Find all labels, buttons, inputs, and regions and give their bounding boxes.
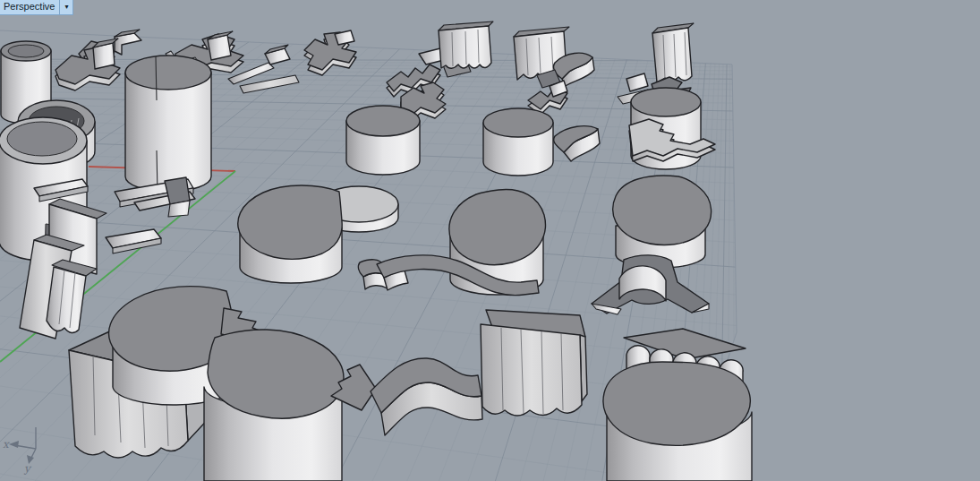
fluted-block[interactable] [481,310,587,416]
chevron-down-icon[interactable]: ▾ [59,0,72,14]
fluted-panel[interactable] [439,21,493,68]
cylinder[interactable] [483,108,553,176]
rhino-perspective-viewport[interactable]: x y Perspective ▾ [0,0,980,481]
viewport-tab[interactable]: Perspective ▾ [0,0,73,15]
teardrop-extrusion[interactable] [613,176,712,268]
cylinder[interactable] [125,56,211,193]
viewport-tab-label[interactable]: Perspective [0,0,59,14]
fluted-panel[interactable] [652,23,694,82]
teardrop-extrusion[interactable] [603,362,752,481]
viewport-canvas[interactable]: x y [0,0,980,481]
teardrop-extrusion[interactable] [238,185,342,283]
cylinder[interactable] [346,106,420,175]
